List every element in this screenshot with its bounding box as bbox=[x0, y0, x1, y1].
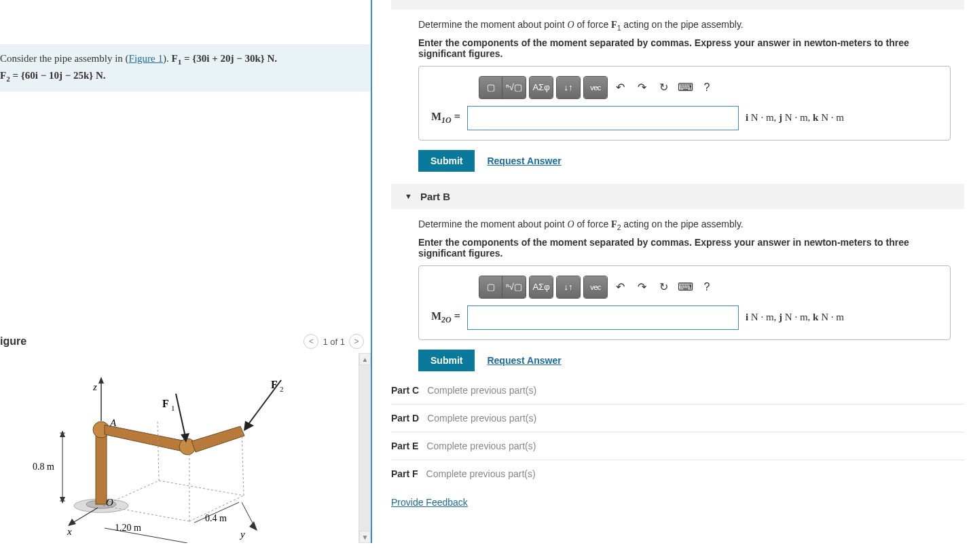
scroll-down-icon[interactable]: ▼ bbox=[359, 531, 371, 543]
part-a-submit-button[interactable]: Submit bbox=[418, 150, 475, 172]
template-button[interactable]: ▢ bbox=[479, 77, 502, 98]
part-b-input[interactable] bbox=[467, 305, 739, 330]
part-a-answer-box: ▢ ⁿ√▢ ΑΣφ ↓↑ vec ↶ ↷ ↻ ⌨ ? M bbox=[418, 66, 951, 141]
redo-icon[interactable]: ↷ bbox=[632, 278, 651, 297]
problem-statement: Consider the pipe assembly in (Figure 1)… bbox=[0, 44, 371, 92]
equation-toolbar: ▢ ⁿ√▢ ΑΣφ ↓↑ vec ↶ ↷ ↻ ⌨ ? bbox=[479, 76, 938, 99]
keyboard-icon[interactable]: ⌨ bbox=[676, 78, 695, 97]
part-a-units: i N · m, j N · m, k N · m bbox=[746, 112, 844, 124]
svg-line-9 bbox=[176, 394, 186, 440]
svg-text:0.8 m: 0.8 m bbox=[33, 462, 54, 472]
svg-marker-6 bbox=[191, 426, 244, 452]
part-a-question: Determine the moment about point O of fo… bbox=[418, 19, 951, 32]
scroll-up-icon[interactable]: ▲ bbox=[359, 353, 371, 365]
svg-line-27 bbox=[103, 481, 159, 506]
figure-link[interactable]: Figure 1 bbox=[129, 53, 163, 64]
svg-text:1.20 m: 1.20 m bbox=[115, 523, 141, 533]
undo-icon[interactable]: ↶ bbox=[610, 278, 629, 297]
part-d-locked: Part D Complete previous part(s) bbox=[391, 405, 964, 432]
greek-button[interactable]: ΑΣφ bbox=[530, 77, 553, 98]
figure-image: z F1 F2 A x bbox=[0, 353, 359, 543]
svg-line-26 bbox=[159, 481, 244, 496]
part-e-locked: Part E Complete previous part(s) bbox=[391, 432, 964, 460]
svg-rect-2 bbox=[96, 431, 107, 504]
part-b-answer-box: ▢ ⁿ√▢ ΑΣφ ↓↑ vec ↶ ↷ ↻ ⌨ ? M bbox=[418, 265, 951, 340]
help-icon[interactable]: ? bbox=[697, 278, 716, 297]
provide-feedback-link[interactable]: Provide Feedback bbox=[391, 487, 468, 515]
svg-text:A: A bbox=[109, 417, 117, 428]
part-b-submit-button[interactable]: Submit bbox=[418, 350, 475, 371]
part-b-units: i N · m, j N · m, k N · m bbox=[746, 312, 844, 323]
part-a-body: Determine the moment about point O of fo… bbox=[391, 10, 964, 172]
greek-button[interactable]: ΑΣφ bbox=[530, 276, 553, 298]
figure-prev-button[interactable]: < bbox=[304, 334, 318, 349]
svg-marker-19 bbox=[68, 519, 76, 526]
right-pane: Determine the moment about point O of fo… bbox=[372, 0, 971, 543]
part-b-question: Determine the moment about point O of fo… bbox=[418, 219, 951, 231]
vector-button[interactable]: vec bbox=[584, 276, 607, 298]
figure-scrollbar[interactable]: ▲ ▼ bbox=[359, 353, 371, 543]
subscript-button[interactable]: ↓↑ bbox=[557, 276, 580, 298]
svg-marker-40 bbox=[249, 521, 257, 531]
axis-z-label: z bbox=[92, 381, 97, 392]
undo-icon[interactable]: ↶ bbox=[610, 78, 629, 97]
figure-nav: < 1 of 1 > bbox=[304, 334, 364, 349]
svg-marker-4 bbox=[105, 425, 186, 452]
redo-icon[interactable]: ↷ bbox=[632, 78, 651, 97]
svg-marker-14 bbox=[244, 421, 254, 431]
svg-text:1: 1 bbox=[171, 404, 175, 412]
caret-down-icon: ▼ bbox=[405, 192, 412, 200]
svg-text:2: 2 bbox=[280, 385, 284, 393]
part-a-input[interactable] bbox=[467, 106, 739, 130]
root-button[interactable]: ⁿ√▢ bbox=[502, 276, 526, 298]
svg-marker-32 bbox=[60, 430, 65, 437]
figure-next-button[interactable]: > bbox=[349, 334, 364, 349]
part-f-locked: Part F Complete previous part(s) bbox=[391, 460, 964, 487]
svg-line-24 bbox=[242, 431, 244, 496]
part-a-variable: M1O = bbox=[431, 111, 460, 126]
part-b-variable: M2O = bbox=[431, 310, 460, 325]
part-b-header[interactable]: ▼ Part B bbox=[391, 184, 964, 209]
figure-panel: igure < 1 of 1 > bbox=[0, 330, 371, 543]
equation-toolbar-b: ▢ ⁿ√▢ ΑΣφ ↓↑ vec ↶ ↷ ↻ ⌨ ? bbox=[479, 276, 938, 299]
svg-marker-8 bbox=[98, 377, 104, 384]
svg-text:F: F bbox=[162, 398, 169, 409]
reset-icon[interactable]: ↻ bbox=[654, 278, 673, 297]
svg-text:O: O bbox=[106, 497, 113, 508]
part-a-instruction: Enter the components of the moment separ… bbox=[418, 37, 951, 59]
template-button[interactable]: ▢ bbox=[479, 276, 502, 298]
help-icon[interactable]: ? bbox=[697, 78, 716, 97]
figure-title: igure bbox=[0, 335, 26, 348]
svg-marker-33 bbox=[60, 497, 65, 504]
svg-line-22 bbox=[103, 506, 189, 521]
subscript-button[interactable]: ↓↑ bbox=[557, 77, 580, 98]
svg-line-28 bbox=[158, 421, 159, 481]
part-a-request-answer-link[interactable]: Request Answer bbox=[487, 155, 561, 166]
svg-text:0.4 m: 0.4 m bbox=[205, 513, 227, 523]
svg-text:F: F bbox=[271, 379, 278, 390]
vector-button[interactable]: vec bbox=[584, 77, 607, 98]
root-button[interactable]: ⁿ√▢ bbox=[502, 77, 526, 98]
svg-text:y: y bbox=[239, 529, 245, 540]
part-b-body: Determine the moment about point O of fo… bbox=[391, 209, 964, 371]
keyboard-icon[interactable]: ⌨ bbox=[676, 278, 695, 297]
left-pane: Consider the pipe assembly in (Figure 1)… bbox=[0, 0, 372, 543]
part-b-instruction: Enter the components of the moment separ… bbox=[418, 237, 951, 259]
part-c-locked: Part C Complete previous part(s) bbox=[391, 377, 964, 405]
part-b-request-answer-link[interactable]: Request Answer bbox=[487, 355, 561, 366]
reset-icon[interactable]: ↻ bbox=[654, 78, 673, 97]
svg-text:x: x bbox=[67, 526, 72, 537]
